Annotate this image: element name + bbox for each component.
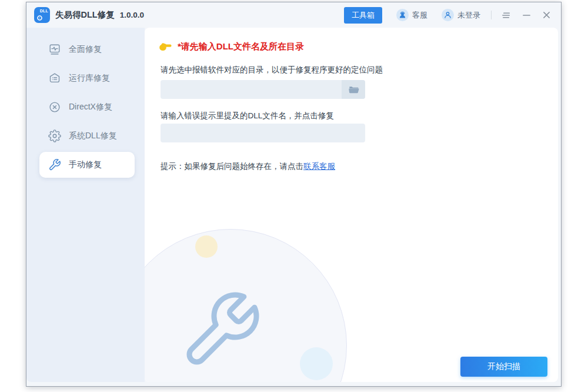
notice-row: *请先输入DLL文件名及所在目录 [158, 41, 304, 52]
logo-gear-icon [36, 14, 44, 22]
hint-text: 提示：如果修复后问题始终存在，请点击联系客服 [161, 161, 335, 172]
sidebar-item-label: DirectX修复 [69, 102, 112, 112]
sidebar-item-runtime-repair[interactable]: 运行库修复 [39, 65, 135, 91]
directx-circle-x-icon [48, 101, 61, 114]
sidebar-item-label: 手动修复 [69, 160, 102, 170]
app-title: 失易得DLL修复 [55, 9, 115, 21]
sidebar-item-full-repair[interactable]: 全面修复 [39, 36, 135, 62]
login-button[interactable]: 未登录 [442, 9, 480, 21]
pointing-hand-icon [158, 41, 172, 52]
sidebar-item-manual-repair[interactable]: 手动修复 [39, 152, 135, 178]
sidebar-item-directx-repair[interactable]: DirectX修复 [39, 94, 135, 120]
toolbox-button[interactable]: 工具箱 [344, 7, 382, 24]
headset-icon [396, 9, 409, 21]
customer-service-button[interactable]: 客服 [396, 9, 427, 21]
close-button[interactable] [541, 10, 552, 21]
sidebar-item-label: 系统DLL修复 [69, 131, 117, 141]
hint-prefix: 提示：如果修复后问题始终存在，请点击 [161, 162, 303, 171]
main-panel: *请先输入DLL文件名及所在目录 请先选中报错软件对应的目录，以便于修复程序更好… [145, 28, 558, 382]
start-scan-button[interactable]: 开始扫描 [460, 357, 547, 377]
sidebar-item-label: 全面修复 [69, 44, 102, 55]
titlebar-divider [491, 11, 492, 19]
dll-name-label: 请输入错误提示里提及的DLL文件名，并点击修复 [161, 111, 334, 121]
app-window: DLL 失易得DLL修复 1.0.0.0 工具箱 客服 [26, 2, 562, 387]
app-version: 1.0.0.0 [120, 11, 144, 19]
watermark-blue-dot [300, 347, 333, 380]
wrench-watermark-icon [179, 288, 263, 373]
directory-label: 请先选中报错软件对应的目录，以便于修复程序更好的定位问题 [161, 65, 383, 75]
gear-icon [48, 129, 61, 142]
directory-input[interactable] [161, 80, 342, 99]
sidebar-item-label: 运行库修复 [69, 73, 110, 84]
sidebar-item-system-dll-repair[interactable]: 系统DLL修复 [39, 123, 135, 149]
customer-service-label: 客服 [412, 10, 427, 21]
user-icon [442, 9, 454, 21]
directory-input-wrap [161, 80, 365, 99]
sidebar: 全面修复 运行库修复 DirectX修复 [26, 28, 145, 382]
logo-dll-badge: DLL [40, 9, 48, 13]
app-logo: DLL [34, 7, 50, 23]
monitor-pulse-icon [48, 43, 61, 56]
contact-support-link[interactable]: 联系客服 [303, 162, 335, 171]
minimize-button[interactable] [521, 10, 532, 21]
folder-icon [348, 84, 359, 95]
browse-folder-button[interactable] [342, 80, 365, 99]
watermark-yellow-dot [195, 235, 218, 258]
login-label: 未登录 [457, 10, 480, 21]
menu-icon[interactable] [501, 10, 512, 21]
title-bar: DLL 失易得DLL修复 1.0.0.0 工具箱 客服 [26, 2, 561, 28]
notice-text: *请先输入DLL文件名及所在目录 [178, 41, 304, 52]
dll-name-input[interactable] [161, 124, 365, 142]
dll-input-wrap [161, 124, 365, 142]
wrench-icon [48, 158, 61, 171]
runtime-library-icon [48, 72, 61, 85]
